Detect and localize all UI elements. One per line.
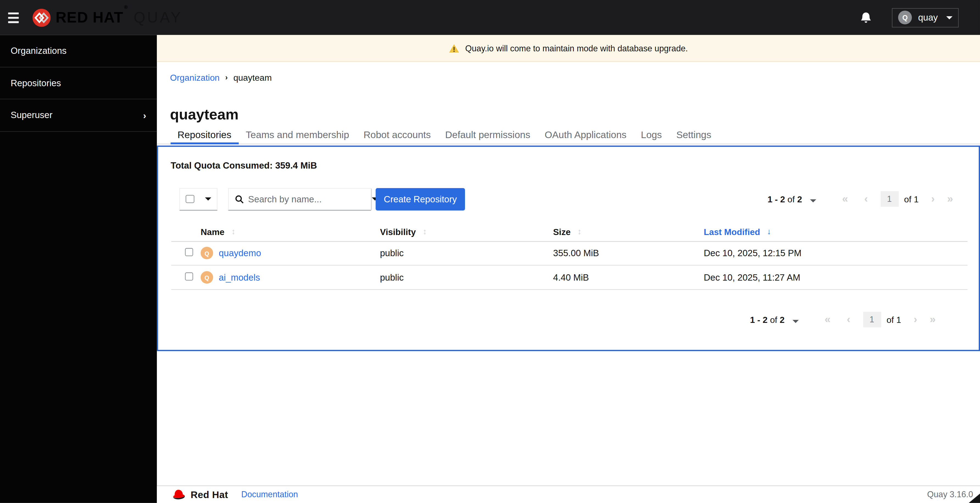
sidebar-item-superuser[interactable]: Superuser bbox=[0, 99, 157, 132]
masthead: RED HAT® QUAY Q quay bbox=[0, 0, 980, 35]
search-icon bbox=[235, 195, 244, 203]
tab-teams-and-membership[interactable]: Teams and membership bbox=[239, 126, 356, 144]
app-version: Quay 3.16.0 bbox=[927, 490, 973, 499]
repo-size: 4.40 MiB bbox=[553, 273, 704, 282]
page-title: quayteam bbox=[170, 106, 239, 123]
redhat-fedora-icon bbox=[170, 489, 186, 501]
search-control bbox=[228, 188, 371, 210]
notifications-bell-icon[interactable] bbox=[861, 11, 871, 23]
first-page-icon[interactable] bbox=[842, 194, 848, 204]
table-header-row: Name Visibility Size Last Modified bbox=[171, 222, 967, 242]
documentation-link[interactable]: Documentation bbox=[241, 490, 298, 499]
create-repository-button[interactable]: Create Repository bbox=[376, 188, 465, 210]
tab-logs[interactable]: Logs bbox=[634, 126, 669, 144]
masthead-right: Q quay bbox=[861, 8, 959, 27]
last-page-icon[interactable] bbox=[947, 194, 953, 204]
repositories-panel: Total Quota Consumed: 359.4 MiB Create R… bbox=[157, 145, 980, 351]
column-header-visibility[interactable]: Visibility bbox=[380, 227, 553, 236]
row-checkbox[interactable] bbox=[185, 248, 193, 256]
repo-avatar: Q bbox=[200, 271, 213, 284]
tab-repositories[interactable]: Repositories bbox=[170, 126, 239, 144]
sort-arrows-icon[interactable] bbox=[231, 227, 235, 236]
previous-page-icon[interactable] bbox=[864, 194, 868, 204]
repo-link-quaydemo[interactable]: quaydemo bbox=[219, 248, 261, 258]
bulk-select-checkbox[interactable] bbox=[186, 195, 194, 203]
repo-last-modified: Dec 10, 2025, 12:15 PM bbox=[704, 248, 967, 258]
user-avatar: Q bbox=[898, 11, 912, 24]
page-count: of 1 bbox=[904, 194, 919, 204]
table-row: Q ai_models public 4.40 MiB Dec 10, 2025… bbox=[171, 266, 967, 290]
breadcrumb-current: quayteam bbox=[234, 73, 272, 83]
search-input[interactable] bbox=[248, 194, 365, 204]
window-corner-gripper bbox=[969, 493, 980, 503]
nav-menu-toggle-icon[interactable] bbox=[8, 12, 19, 23]
brand-product-text: QUAY bbox=[134, 9, 182, 26]
pagination-range: 1 - 2 of 2 bbox=[767, 194, 802, 204]
table-row: Q quaydemo public 355.00 MiB Dec 10, 202… bbox=[171, 241, 967, 265]
chevron-down-icon bbox=[810, 199, 816, 202]
repo-link-ai-models[interactable]: ai_models bbox=[219, 273, 260, 282]
warning-triangle-icon bbox=[449, 43, 460, 53]
sort-descending-icon[interactable] bbox=[767, 227, 771, 236]
per-page-menu-toggle[interactable] bbox=[810, 193, 816, 205]
quay-app-screen: RED HAT® QUAY Q quay Organizations Repos… bbox=[0, 0, 980, 503]
user-menu[interactable]: Q quay bbox=[892, 8, 959, 27]
search-box[interactable] bbox=[229, 188, 371, 209]
maintenance-banner: Quay.io will come to maintain mode with … bbox=[157, 35, 980, 62]
tab-robot-accounts[interactable]: Robot accounts bbox=[356, 126, 438, 144]
pagination-bottom: 1 - 2 of 2 1 of 1 bbox=[750, 308, 936, 331]
registered-mark: ® bbox=[124, 5, 128, 10]
redhat-footer-logo[interactable]: Red Hat bbox=[170, 489, 228, 501]
repositories-table: Name Visibility Size Last Modified bbox=[171, 222, 967, 290]
repo-avatar: Q bbox=[200, 247, 213, 260]
org-tabs: Repositories Teams and membership Robot … bbox=[157, 126, 980, 144]
current-page-input[interactable]: 1 bbox=[863, 312, 881, 327]
previous-page-icon[interactable] bbox=[847, 314, 850, 325]
brand-redhat-text: RED HAT® bbox=[56, 9, 127, 26]
sidebar: Organizations Repositories Superuser bbox=[0, 35, 157, 503]
tab-settings[interactable]: Settings bbox=[669, 126, 719, 144]
bulk-select-dropdown[interactable] bbox=[179, 188, 218, 210]
pagination-range: 1 - 2 of 2 bbox=[750, 315, 785, 325]
page-count: of 1 bbox=[887, 315, 901, 325]
column-header-size[interactable]: Size bbox=[553, 227, 704, 236]
repo-visibility: public bbox=[380, 248, 553, 258]
column-header-name[interactable]: Name bbox=[200, 227, 380, 236]
next-page-icon[interactable] bbox=[931, 194, 935, 204]
banner-message: Quay.io will come to maintain mode with … bbox=[465, 43, 688, 53]
chevron-down-icon bbox=[793, 320, 799, 323]
redhat-wordmark: Red Hat bbox=[191, 489, 228, 500]
repo-size: 355.00 MiB bbox=[553, 248, 704, 258]
sort-arrows-icon[interactable] bbox=[423, 227, 427, 236]
first-page-icon[interactable] bbox=[824, 314, 830, 325]
footer: Red Hat Documentation Quay 3.16.0 bbox=[157, 486, 980, 503]
user-name: quay bbox=[918, 13, 938, 22]
sidebar-item-repositories[interactable]: Repositories bbox=[0, 67, 157, 99]
tab-oauth-applications[interactable]: OAuth Applications bbox=[538, 126, 634, 144]
next-page-icon[interactable] bbox=[913, 314, 917, 325]
sidebar-item-organizations[interactable]: Organizations bbox=[0, 35, 157, 67]
quota-consumed: Total Quota Consumed: 359.4 MiB bbox=[170, 160, 317, 170]
sort-arrows-icon[interactable] bbox=[578, 227, 582, 236]
chevron-down-icon bbox=[946, 16, 953, 19]
current-page-input[interactable]: 1 bbox=[880, 191, 899, 207]
chevron-down-icon bbox=[205, 197, 211, 200]
chevron-right-icon bbox=[143, 110, 146, 120]
per-page-menu-toggle[interactable] bbox=[793, 314, 799, 325]
breadcrumb: Organization quayteam bbox=[170, 73, 272, 83]
quay-gem-icon bbox=[32, 8, 51, 27]
tab-default-permissions[interactable]: Default permissions bbox=[438, 126, 538, 144]
repo-visibility: public bbox=[380, 273, 553, 282]
repo-last-modified: Dec 10, 2025, 11:27 AM bbox=[704, 273, 967, 282]
breadcrumb-organization-link[interactable]: Organization bbox=[170, 73, 220, 83]
breadcrumb-chevron-icon bbox=[225, 73, 228, 82]
column-header-last-modified[interactable]: Last Modified bbox=[704, 227, 967, 236]
row-checkbox[interactable] bbox=[185, 272, 193, 281]
pagination-top: 1 - 2 of 2 1 of 1 bbox=[767, 188, 953, 210]
last-page-icon[interactable] bbox=[930, 314, 936, 325]
brand-logo[interactable]: RED HAT® QUAY bbox=[32, 8, 182, 27]
